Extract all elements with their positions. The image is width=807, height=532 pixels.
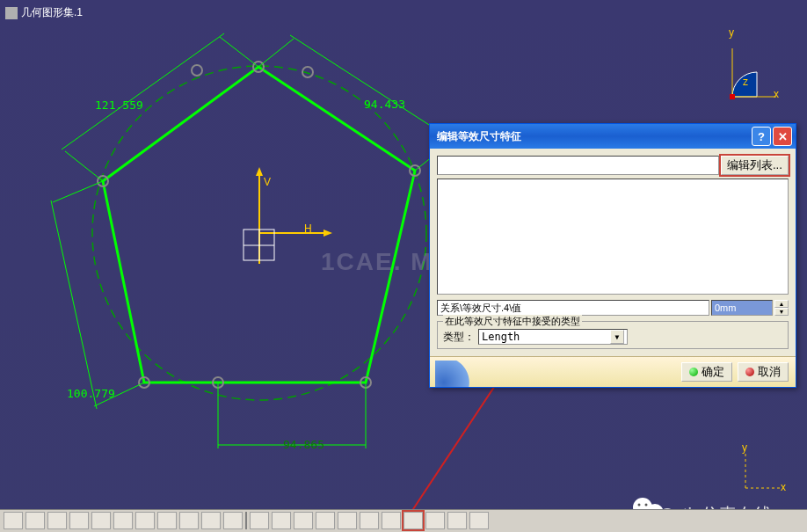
titlebar-close-button[interactable]: ✕ xyxy=(773,127,792,146)
tool-icon[interactable] xyxy=(294,512,313,529)
tool-icon[interactable] xyxy=(223,512,243,529)
compass-x: x xyxy=(781,481,786,493)
cancel-button[interactable]: 取消 xyxy=(738,362,789,382)
type-dropdown[interactable]: Length ▼ xyxy=(478,329,628,345)
dimension-d1[interactable]: 121.559 xyxy=(95,98,143,112)
svg-line-6 xyxy=(53,181,103,202)
value-spinner[interactable]: ▲▼ xyxy=(774,300,789,316)
type-label: 类型： xyxy=(443,330,475,345)
edit-equiv-dimension-dialog: 编辑等效尺寸特征 ? ✕ 编辑列表... ▲▼ 在此等效尺寸特征中接受的类型 类… xyxy=(429,123,796,388)
tool-icon[interactable] xyxy=(469,512,489,529)
type-group-label: 在此等效尺寸特征中接受的类型 xyxy=(443,315,582,328)
h-label: H xyxy=(304,222,312,235)
tool-icon[interactable] xyxy=(69,512,89,529)
tool-icon[interactable] xyxy=(179,512,199,529)
dialog-title: 编辑等效尺寸特征 xyxy=(437,129,521,144)
axes-widget[interactable]: y x z xyxy=(702,26,781,106)
svg-line-3 xyxy=(258,39,294,67)
tool-icon[interactable] xyxy=(316,512,335,529)
tool-icon[interactable] xyxy=(157,512,177,529)
ok-icon xyxy=(689,368,698,376)
y-axis-label: y xyxy=(729,26,734,39)
tool-icon[interactable] xyxy=(91,512,111,529)
tool-icon[interactable] xyxy=(447,512,467,529)
value-input[interactable] xyxy=(711,300,773,316)
compass-y: y xyxy=(742,441,747,454)
footer-graphic xyxy=(435,361,479,387)
svg-point-24 xyxy=(638,504,641,506)
x-axis-label: x xyxy=(774,88,779,100)
edit-list-button[interactable]: 编辑列表... xyxy=(721,156,789,175)
tool-icon[interactable] xyxy=(338,512,357,529)
tool-icon[interactable] xyxy=(25,512,45,529)
name-input[interactable] xyxy=(437,300,709,316)
svg-marker-13 xyxy=(324,230,332,237)
svg-line-2 xyxy=(62,33,224,149)
tool-icon[interactable] xyxy=(360,512,379,529)
tool-icon[interactable] xyxy=(250,512,269,529)
svg-point-25 xyxy=(645,504,648,506)
tool-icon[interactable] xyxy=(4,512,23,529)
tool-icon[interactable] xyxy=(47,512,67,529)
chevron-down-icon[interactable]: ▼ xyxy=(610,330,624,344)
highlighted-tool-icon[interactable] xyxy=(404,512,423,529)
toolbar-separator xyxy=(245,512,247,529)
type-selected: Length xyxy=(482,331,520,343)
dialog-titlebar[interactable]: 编辑等效尺寸特征 ? ✕ xyxy=(430,124,796,149)
bottom-toolbar xyxy=(0,509,807,532)
tool-icon[interactable] xyxy=(272,512,291,529)
list-panel[interactable] xyxy=(437,179,789,295)
compass-widget[interactable]: y x xyxy=(737,444,789,497)
svg-line-1 xyxy=(220,37,258,67)
cancel-icon xyxy=(745,368,754,376)
header-listbox[interactable] xyxy=(437,156,719,175)
tool-icon[interactable] xyxy=(201,512,221,529)
dimension-d4[interactable]: 94.865 xyxy=(283,438,324,451)
titlebar-help-button[interactable]: ? xyxy=(752,127,771,146)
type-group: 在此等效尺寸特征中接受的类型 类型： Length ▼ xyxy=(437,321,789,349)
tool-icon[interactable] xyxy=(113,512,133,529)
tool-icon[interactable] xyxy=(425,512,445,529)
svg-marker-12 xyxy=(256,167,263,176)
dimension-d2[interactable]: 94.433 xyxy=(364,98,405,111)
svg-line-0 xyxy=(65,151,103,181)
vertex-marker[interactable] xyxy=(192,65,202,76)
svg-line-8 xyxy=(51,200,97,409)
v-label: V xyxy=(264,176,271,188)
tool-icon[interactable] xyxy=(135,512,155,529)
svg-rect-19 xyxy=(730,94,735,99)
tool-icon[interactable] xyxy=(382,512,401,529)
dimension-d3[interactable]: 100.779 xyxy=(67,387,115,400)
ok-button[interactable]: 确定 xyxy=(681,362,732,382)
z-axis-label: z xyxy=(743,76,748,88)
